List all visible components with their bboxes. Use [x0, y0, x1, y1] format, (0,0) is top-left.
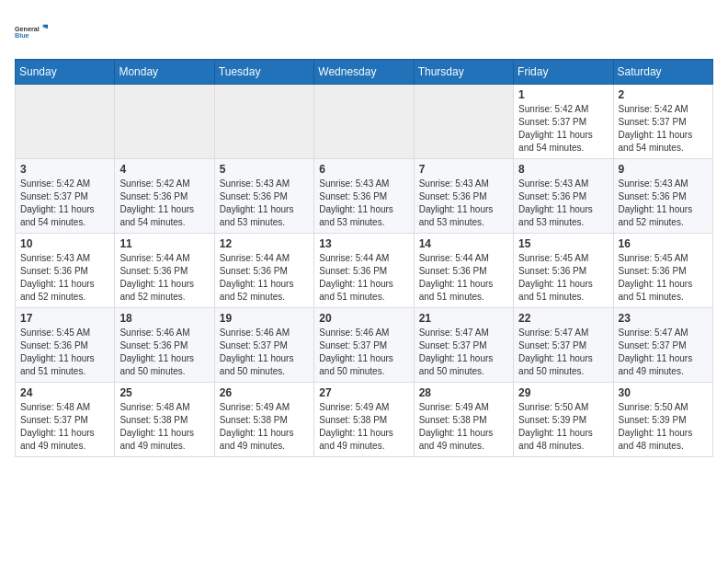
day-number: 2	[619, 88, 708, 101]
calendar-cell: 18Sunrise: 5:46 AMSunset: 5:36 PMDayligh…	[115, 308, 214, 383]
page-header: General Blue	[15, 15, 713, 48]
calendar-cell: 24Sunrise: 5:48 AMSunset: 5:37 PMDayligh…	[16, 383, 115, 457]
day-number: 25	[119, 386, 209, 399]
day-info: Sunrise: 5:43 AMSunset: 5:36 PMDaylight:…	[619, 178, 708, 229]
day-number: 29	[518, 386, 608, 399]
calendar-cell: 7Sunrise: 5:43 AMSunset: 5:36 PMDaylight…	[414, 159, 513, 234]
day-info: Sunrise: 5:48 AMSunset: 5:38 PMDaylight:…	[119, 401, 209, 453]
logo-bird-icon: General Blue	[15, 15, 48, 48]
day-number: 24	[20, 386, 109, 399]
day-number: 28	[419, 386, 508, 399]
day-info: Sunrise: 5:42 AMSunset: 5:37 PMDaylight:…	[619, 103, 708, 155]
day-number: 6	[319, 163, 408, 176]
day-number: 26	[220, 386, 309, 399]
calendar-cell: 23Sunrise: 5:47 AMSunset: 5:37 PMDayligh…	[613, 308, 712, 383]
calendar-cell	[314, 85, 414, 159]
day-number: 12	[220, 237, 309, 250]
day-info: Sunrise: 5:48 AMSunset: 5:37 PMDaylight:…	[20, 401, 109, 453]
calendar-week-row: 17Sunrise: 5:45 AMSunset: 5:36 PMDayligh…	[16, 308, 713, 383]
calendar-week-row: 10Sunrise: 5:43 AMSunset: 5:36 PMDayligh…	[16, 234, 713, 308]
day-info: Sunrise: 5:42 AMSunset: 5:37 PMDaylight:…	[20, 178, 109, 229]
calendar-cell	[16, 85, 115, 159]
weekday-header-wednesday: Wednesday	[314, 60, 414, 85]
day-info: Sunrise: 5:42 AMSunset: 5:37 PMDaylight:…	[518, 103, 608, 155]
day-number: 27	[319, 386, 408, 399]
day-info: Sunrise: 5:44 AMSunset: 5:36 PMDaylight:…	[419, 252, 508, 304]
day-number: 21	[419, 312, 508, 325]
day-number: 18	[119, 312, 209, 325]
calendar-cell: 21Sunrise: 5:47 AMSunset: 5:37 PMDayligh…	[414, 308, 513, 383]
day-info: Sunrise: 5:44 AMSunset: 5:36 PMDaylight:…	[319, 252, 408, 304]
day-number: 13	[319, 237, 408, 250]
day-number: 5	[220, 163, 309, 176]
weekday-header-row: SundayMondayTuesdayWednesdayThursdayFrid…	[16, 60, 713, 85]
calendar-cell: 28Sunrise: 5:49 AMSunset: 5:38 PMDayligh…	[414, 383, 513, 457]
day-number: 22	[518, 312, 608, 325]
weekday-header-tuesday: Tuesday	[214, 60, 313, 85]
day-info: Sunrise: 5:46 AMSunset: 5:37 PMDaylight:…	[220, 327, 309, 378]
calendar-cell: 25Sunrise: 5:48 AMSunset: 5:38 PMDayligh…	[115, 383, 214, 457]
day-info: Sunrise: 5:45 AMSunset: 5:36 PMDaylight:…	[20, 327, 109, 378]
day-info: Sunrise: 5:43 AMSunset: 5:36 PMDaylight:…	[220, 178, 309, 229]
calendar-cell: 8Sunrise: 5:43 AMSunset: 5:36 PMDaylight…	[514, 159, 613, 234]
day-info: Sunrise: 5:49 AMSunset: 5:38 PMDaylight:…	[319, 401, 408, 453]
calendar-table: SundayMondayTuesdayWednesdayThursdayFrid…	[15, 59, 713, 457]
day-info: Sunrise: 5:43 AMSunset: 5:36 PMDaylight:…	[518, 178, 608, 229]
calendar-week-row: 3Sunrise: 5:42 AMSunset: 5:37 PMDaylight…	[16, 159, 713, 234]
calendar-cell: 14Sunrise: 5:44 AMSunset: 5:36 PMDayligh…	[414, 234, 513, 308]
calendar-cell: 13Sunrise: 5:44 AMSunset: 5:36 PMDayligh…	[314, 234, 414, 308]
day-number: 17	[20, 312, 109, 325]
day-number: 23	[619, 312, 708, 325]
day-info: Sunrise: 5:45 AMSunset: 5:36 PMDaylight:…	[518, 252, 608, 304]
calendar-cell: 30Sunrise: 5:50 AMSunset: 5:39 PMDayligh…	[613, 383, 712, 457]
calendar-cell: 3Sunrise: 5:42 AMSunset: 5:37 PMDaylight…	[16, 159, 115, 234]
calendar-cell: 1Sunrise: 5:42 AMSunset: 5:37 PMDaylight…	[514, 85, 613, 159]
day-info: Sunrise: 5:44 AMSunset: 5:36 PMDaylight:…	[220, 252, 309, 304]
weekday-header-sunday: Sunday	[16, 60, 115, 85]
day-info: Sunrise: 5:47 AMSunset: 5:37 PMDaylight:…	[619, 327, 708, 378]
weekday-header-saturday: Saturday	[613, 60, 712, 85]
calendar-cell: 16Sunrise: 5:45 AMSunset: 5:36 PMDayligh…	[613, 234, 712, 308]
day-info: Sunrise: 5:46 AMSunset: 5:37 PMDaylight:…	[319, 327, 408, 378]
day-info: Sunrise: 5:43 AMSunset: 5:36 PMDaylight:…	[20, 252, 109, 304]
weekday-header-monday: Monday	[115, 60, 214, 85]
calendar-week-row: 24Sunrise: 5:48 AMSunset: 5:37 PMDayligh…	[16, 383, 713, 457]
logo: General Blue	[15, 15, 48, 48]
svg-text:Blue: Blue	[15, 31, 29, 40]
day-number: 19	[220, 312, 309, 325]
day-info: Sunrise: 5:47 AMSunset: 5:37 PMDaylight:…	[419, 327, 508, 378]
calendar-cell	[214, 85, 313, 159]
day-number: 4	[119, 163, 209, 176]
calendar-cell: 22Sunrise: 5:47 AMSunset: 5:37 PMDayligh…	[514, 308, 613, 383]
calendar-cell	[414, 85, 513, 159]
weekday-header-friday: Friday	[514, 60, 613, 85]
day-info: Sunrise: 5:50 AMSunset: 5:39 PMDaylight:…	[518, 401, 608, 453]
calendar-cell: 26Sunrise: 5:49 AMSunset: 5:38 PMDayligh…	[214, 383, 313, 457]
calendar-cell: 29Sunrise: 5:50 AMSunset: 5:39 PMDayligh…	[514, 383, 613, 457]
day-info: Sunrise: 5:45 AMSunset: 5:36 PMDaylight:…	[619, 252, 708, 304]
calendar-cell: 6Sunrise: 5:43 AMSunset: 5:36 PMDaylight…	[314, 159, 414, 234]
day-info: Sunrise: 5:42 AMSunset: 5:36 PMDaylight:…	[119, 178, 209, 229]
day-number: 9	[619, 163, 708, 176]
calendar-week-row: 1Sunrise: 5:42 AMSunset: 5:37 PMDaylight…	[16, 85, 713, 159]
day-number: 20	[319, 312, 408, 325]
day-number: 14	[419, 237, 508, 250]
calendar-cell: 5Sunrise: 5:43 AMSunset: 5:36 PMDaylight…	[214, 159, 313, 234]
calendar-cell: 19Sunrise: 5:46 AMSunset: 5:37 PMDayligh…	[214, 308, 313, 383]
calendar-cell: 12Sunrise: 5:44 AMSunset: 5:36 PMDayligh…	[214, 234, 313, 308]
calendar-cell: 20Sunrise: 5:46 AMSunset: 5:37 PMDayligh…	[314, 308, 414, 383]
day-number: 15	[518, 237, 608, 250]
calendar-cell: 11Sunrise: 5:44 AMSunset: 5:36 PMDayligh…	[115, 234, 214, 308]
day-number: 11	[119, 237, 209, 250]
calendar-cell	[115, 85, 214, 159]
day-info: Sunrise: 5:43 AMSunset: 5:36 PMDaylight:…	[319, 178, 408, 229]
day-info: Sunrise: 5:49 AMSunset: 5:38 PMDaylight:…	[220, 401, 309, 453]
day-info: Sunrise: 5:49 AMSunset: 5:38 PMDaylight:…	[419, 401, 508, 453]
calendar-cell: 10Sunrise: 5:43 AMSunset: 5:36 PMDayligh…	[16, 234, 115, 308]
weekday-header-thursday: Thursday	[414, 60, 513, 85]
calendar-cell: 4Sunrise: 5:42 AMSunset: 5:36 PMDaylight…	[115, 159, 214, 234]
day-info: Sunrise: 5:43 AMSunset: 5:36 PMDaylight:…	[419, 178, 508, 229]
day-number: 10	[20, 237, 109, 250]
day-number: 7	[419, 163, 508, 176]
day-info: Sunrise: 5:46 AMSunset: 5:36 PMDaylight:…	[119, 327, 209, 378]
